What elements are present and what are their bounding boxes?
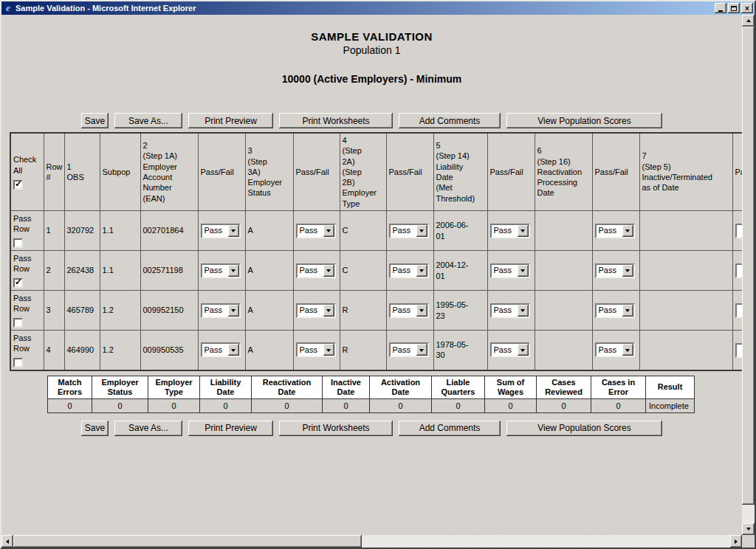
arrow-down-icon [746, 528, 751, 533]
pass-fail-select[interactable]: Pass [389, 263, 429, 278]
scroll-right-button[interactable] [730, 535, 742, 548]
print-preview-button[interactable]: Print Preview [188, 113, 273, 128]
add-comments-button[interactable]: Add Comments [399, 113, 501, 128]
view-population-scores-button[interactable]: View Population Scores [506, 421, 662, 436]
pass-row-checkbox[interactable] [13, 358, 23, 367]
dropdown-arrow-icon[interactable] [518, 344, 529, 356]
dropdown-arrow-icon[interactable] [622, 265, 633, 277]
summary-result-value: Incomplete [646, 398, 695, 412]
dropdown-arrow-icon[interactable] [416, 225, 427, 237]
pass-fail-select[interactable]: Pass [490, 342, 530, 357]
pass-fail-select[interactable]: Pass [595, 303, 635, 318]
check-all-checkbox[interactable] [13, 180, 23, 190]
pass-fail-select[interactable]: Pass [296, 303, 336, 318]
selected-value: Pass [391, 305, 416, 315]
pass-fail-select[interactable]: Pass [595, 342, 635, 357]
selected-value: Pass [492, 345, 518, 355]
dropdown-arrow-icon[interactable] [622, 305, 633, 317]
pass-fail-select[interactable]: Pass [490, 303, 530, 318]
subpop-cell: 1.1 [100, 251, 140, 291]
print-worksheets-button[interactable]: Print Worksheets [279, 421, 393, 436]
scroll-down-button[interactable] [742, 523, 755, 535]
col-header-employer-status: 3 (Step 3A) Employer Status [245, 133, 293, 211]
pass-fail-select[interactable]: Pass [389, 303, 429, 318]
employer-type-cell: R [340, 291, 386, 331]
title-bar[interactable]: e Sample Validation - Microsoft Internet… [1, 1, 755, 15]
dropdown-arrow-icon[interactable] [416, 305, 427, 317]
pass-fail-select[interactable]: Pass [296, 224, 336, 238]
horizontal-scrollbar[interactable] [1, 535, 742, 548]
pass-row-checkbox[interactable] [13, 318, 23, 328]
horizontal-scroll-thumb[interactable] [13, 535, 362, 548]
scroll-up-button[interactable] [742, 15, 755, 27]
dropdown-arrow-icon[interactable] [228, 225, 239, 237]
pass-fail-select[interactable] [735, 303, 743, 318]
selected-value: Pass [391, 345, 416, 355]
summary-value: 0 [432, 398, 485, 412]
pass-row-checkbox[interactable] [13, 278, 23, 288]
row-number-cell: 4 [44, 331, 64, 370]
vertical-scroll-thumb[interactable] [742, 27, 755, 505]
pass-fail-select[interactable]: Pass [201, 342, 241, 357]
vertical-scrollbar[interactable] [742, 15, 755, 535]
scroll-left-button[interactable] [1, 535, 13, 548]
dropdown-arrow-icon[interactable] [518, 305, 529, 317]
dropdown-arrow-icon[interactable] [228, 305, 239, 317]
dropdown-arrow-icon[interactable] [323, 265, 334, 277]
col-header-inactive-date: 7 (Step 5) Inactive/Terminated as of Dat… [639, 133, 732, 211]
dropdown-arrow-icon[interactable] [622, 225, 633, 237]
pass-fail-select[interactable]: Pass [389, 342, 429, 357]
dropdown-arrow-icon[interactable] [416, 265, 427, 277]
pass-fail-select[interactable]: Pass [201, 303, 241, 318]
col-header-pass-fail-1: Pass/Fail [198, 133, 245, 211]
dropdown-arrow-icon[interactable] [323, 344, 334, 356]
dropdown-arrow-icon[interactable] [518, 225, 529, 237]
summary-header-match-errors: Match Errors [48, 376, 92, 398]
employer-type-cell: C [340, 251, 386, 291]
summary-header-employer-status: Employer Status [92, 376, 148, 398]
dropdown-arrow-icon[interactable] [228, 265, 239, 277]
summary-header-row: Match ErrorsEmployer StatusEmployer Type… [48, 376, 695, 398]
dropdown-arrow-icon[interactable] [323, 305, 334, 317]
pass-fail-select[interactable]: Pass [595, 263, 635, 278]
maximize-button[interactable] [728, 3, 740, 13]
summary-value: 0 [485, 398, 537, 412]
selected-value: Pass [492, 225, 518, 235]
pass-fail-select[interactable]: Pass [490, 263, 530, 278]
pass-row-checkbox[interactable] [13, 238, 23, 248]
summary-header-inactive-date: Inactive Date [323, 376, 370, 398]
dropdown-arrow-icon[interactable] [323, 225, 334, 237]
save-as-button[interactable]: Save As... [114, 421, 182, 436]
pass-fail-select[interactable]: Pass [296, 342, 336, 357]
print-preview-button[interactable]: Print Preview [188, 421, 273, 436]
pass-fail-select[interactable] [735, 263, 743, 278]
summary-header-cases-reviewed: Cases Reviewed [537, 376, 591, 398]
pass-fail-select[interactable]: Pass [201, 263, 241, 278]
pass-fail-select[interactable]: Pass [389, 224, 429, 238]
pass-row-cell: Pass Row [10, 331, 44, 370]
ean-cell: 009952150 [140, 291, 198, 331]
pass-row-label: Pass Row [13, 253, 41, 274]
minimize-button[interactable] [715, 3, 726, 13]
dropdown-arrow-icon[interactable] [228, 344, 239, 356]
close-button[interactable]: × [741, 3, 753, 13]
save-as-button[interactable]: Save As... [114, 113, 182, 128]
pass-row-cell: Pass Row [10, 211, 44, 251]
view-population-scores-button[interactable]: View Population Scores [506, 113, 662, 128]
dropdown-arrow-icon[interactable] [416, 344, 427, 356]
pass-fail-select[interactable]: Pass [296, 263, 336, 278]
selected-value: Pass [202, 345, 228, 355]
add-comments-button[interactable]: Add Comments [399, 421, 501, 436]
pass-fail-select[interactable] [735, 224, 743, 238]
validation-row: Pass Row34657891.2009952150PassAPassRPas… [10, 291, 742, 331]
pass-fail-select[interactable]: Pass [595, 224, 635, 238]
pass-fail-select[interactable]: Pass [490, 224, 530, 238]
save-button[interactable]: Save [81, 421, 109, 436]
pass-fail-select[interactable]: Pass [201, 224, 241, 238]
dropdown-arrow-icon[interactable] [518, 265, 529, 277]
pass-fail-select[interactable] [735, 343, 743, 358]
selected-value: Pass [492, 305, 518, 315]
print-worksheets-button[interactable]: Print Worksheets [279, 113, 393, 128]
save-button[interactable]: Save [81, 113, 109, 128]
dropdown-arrow-icon[interactable] [622, 344, 633, 356]
